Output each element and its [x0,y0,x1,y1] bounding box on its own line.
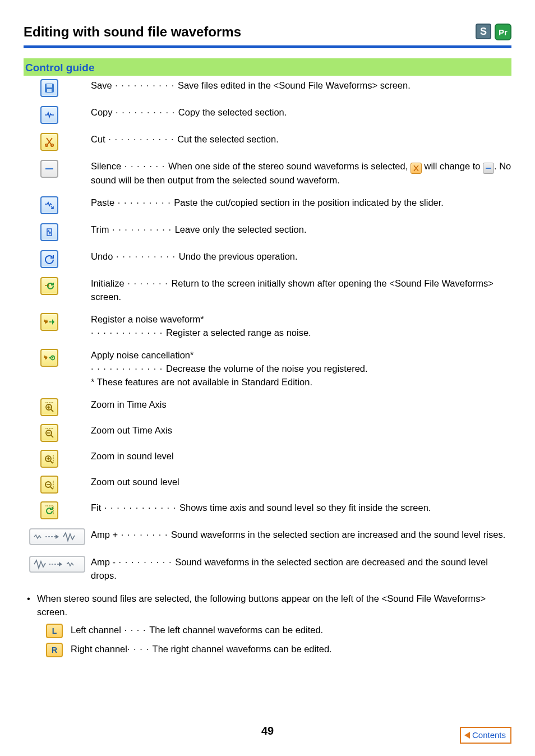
fit-icon[interactable] [40,501,58,519]
badge-s-icon: S [476,24,491,39]
register-noise-desc: Register a selected range as noise. [166,328,311,338]
silence-desc-b: will change to [424,161,483,171]
undo-row: Undo · · · · · · · · · · Undo the previo… [91,250,511,264]
noise-features-note: * These features are not available in St… [91,376,511,389]
footer-intro: When stereo sound files are selected, th… [37,592,511,619]
silence-label: Silence [91,161,121,171]
right-channel-row: Right channel· · · · The right channel w… [71,643,332,656]
bullet-icon: • [27,592,37,619]
header-badges: S Pr [476,24,511,40]
apply-noise-cancel-icon[interactable] [40,349,58,367]
inline-silence-icon [483,163,494,174]
save-icon[interactable] [40,79,58,97]
zoom-out-time-label: Zoom out Time Axis [91,424,511,437]
contents-label: Contents [472,729,506,741]
page-number: 49 [0,723,535,739]
amp-plus-row: Amp + · · · · · · · · Sound waveforms in… [91,528,511,542]
inline-cut-icon [411,163,422,174]
copy-row: Copy · · · · · · · · · · Copy the select… [91,106,511,119]
undo-desc: Undo the previous operation. [179,251,298,261]
paste-label: Paste [91,197,114,208]
zoom-in-time-label: Zoom in Time Axis [91,398,511,412]
paste-icon[interactable] [40,196,58,214]
zoom-in-time-icon[interactable] [40,398,58,416]
right-channel-icon[interactable]: R [46,643,63,657]
trim-row: Trim · · · · · · · · · · Leave only the … [91,223,511,237]
cut-label: Cut [91,134,105,144]
page-title: Editing with sound file waveforms [24,22,241,42]
back-triangle-icon [464,732,470,739]
zoom-in-level-icon[interactable] [40,450,58,468]
trim-icon[interactable] [40,223,58,241]
contents-button[interactable]: Contents [460,727,511,744]
apply-noise-cancel-row: Apply noise cancellation* · · · · · · · … [91,349,511,389]
zoom-in-level-label: Zoom in sound level [91,450,511,463]
fit-desc: Shows time axis and sound level so they … [179,503,431,513]
section-title: Control guide [25,60,510,76]
trim-desc: Leave only the selected section. [175,224,307,234]
left-channel-icon[interactable]: L [46,624,63,638]
amp-minus-row: Amp - · · · · · · · · · Sound waveforms … [91,556,511,583]
zoom-out-time-icon[interactable] [40,424,58,442]
initialize-icon[interactable] [40,277,58,295]
silence-row: Silence · · · · · · · When one side of t… [91,160,511,187]
undo-icon[interactable] [40,250,58,268]
right-channel-desc: The right channel waveforms can be edite… [153,644,332,654]
register-noise-row: Register a noise waveform* · · · · · · ·… [91,313,511,340]
trim-label: Trim [91,224,109,234]
badge-pr-icon: Pr [495,24,511,40]
silence-icon[interactable] [40,160,58,178]
copy-label: Copy [91,107,113,117]
apply-noise-cancel-desc: Decrease the volume of the noise you reg… [166,363,368,374]
copy-desc: Copy the selected section. [178,107,287,117]
amp-minus-label: Amp - [91,557,116,567]
left-channel-row: Left channel · · · · The left channel wa… [71,624,323,637]
svg-point-9 [52,357,53,358]
amp-plus-icon[interactable] [29,528,85,545]
svg-rect-2 [47,89,52,92]
copy-icon[interactable] [40,106,58,124]
right-channel-label: Right channel [71,644,127,654]
register-noise-icon[interactable] [40,313,58,331]
initialize-row: Initialize · · · · · · · Return to the s… [91,277,511,304]
amp-plus-label: Amp + [91,529,118,540]
apply-noise-cancel-title: Apply noise cancellation* [91,349,511,362]
register-noise-title: Register a noise waveform* [91,313,511,326]
cut-desc: Cut the selected section. [177,134,279,144]
left-channel-desc: The left channel waveforms can be edited… [149,625,323,635]
save-desc: Save files edited in the <Sound File Wav… [178,80,411,90]
save-label: Save [91,80,112,90]
save-row: Save · · · · · · · · · · Save files edit… [91,79,511,93]
fit-label: Fit [91,503,101,513]
left-channel-label: Left channel [71,625,121,635]
cut-icon[interactable] [40,133,58,151]
paste-desc: Paste the cut/copied section in the posi… [174,197,444,208]
header-rule [24,45,511,48]
cut-row: Cut · · · · · · · · · · · Cut the select… [91,133,511,146]
fit-row: Fit · · · · · · · · · · · · Shows time a… [91,501,511,515]
section-header-strip: Control guide [24,58,511,76]
zoom-out-level-label: Zoom out sound level [91,476,511,489]
zoom-out-level-icon[interactable] [40,476,58,494]
paste-row: Paste · · · · · · · · · Paste the cut/co… [91,196,511,210]
amp-minus-icon[interactable] [29,556,85,573]
svg-rect-1 [47,84,52,87]
undo-label: Undo [91,251,113,261]
initialize-label: Initialize [91,278,124,288]
amp-plus-desc: Sound waveforms in the selected section … [171,529,505,540]
silence-desc-a: When one side of the stereo sound wavefo… [168,161,411,171]
